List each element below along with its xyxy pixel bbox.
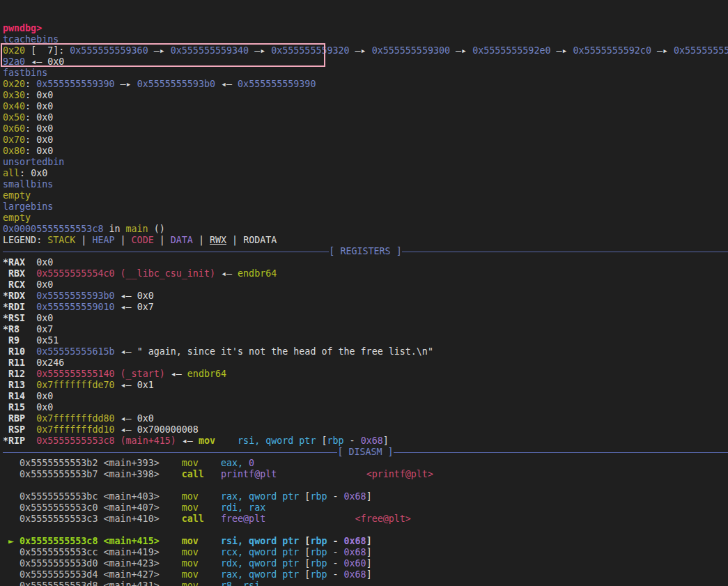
register-name: R11 bbox=[3, 357, 25, 368]
bin-category-label: smallbins bbox=[3, 179, 53, 190]
stop-location: 0x00005555555553c8 in main () bbox=[3, 224, 728, 235]
bin-category-label: unsortedbin bbox=[3, 157, 64, 167]
text-segment bbox=[3, 547, 20, 557]
opcode: call bbox=[182, 469, 204, 479]
address: 0x555555559010 bbox=[36, 302, 114, 312]
text-segment bbox=[25, 369, 36, 379]
register-value: 0x0 bbox=[25, 313, 53, 323]
register-name: R13 bbox=[3, 380, 25, 390]
reg-rsp: RSP 0x7fffffffdd10 ◂— 0x700000008 bbox=[3, 424, 728, 435]
register-name: *RDX bbox=[3, 291, 25, 301]
section-header-label: [ REGISTERS ] bbox=[329, 246, 401, 257]
register-value: 0x0 bbox=[25, 257, 53, 268]
text-segment: | bbox=[115, 235, 132, 245]
value: 0x7 bbox=[137, 302, 154, 312]
reg-r8: *R8 0x7 bbox=[3, 324, 728, 335]
section-header-label: [ DISASM ] bbox=[337, 447, 393, 458]
text-segment bbox=[160, 580, 182, 586]
value: 0x0 bbox=[36, 134, 53, 145]
terminal[interactable]: pwndbg>tcachebins0x20 [ 7]: 0x5555555593… bbox=[0, 0, 728, 586]
fastbin-0x30-row: 0x30: 0x0 bbox=[3, 90, 728, 101]
value: 0x0 bbox=[47, 56, 64, 67]
legend-rodata: RODATA bbox=[243, 235, 277, 245]
reg-rdx: *RDX 0x5555555593b0 ◂— 0x0 bbox=[3, 291, 728, 302]
fastbin-0x20-row: 0x20: 0x555555559390 —▸ 0x5555555593b0 ◂… bbox=[3, 79, 728, 90]
text-segment bbox=[3, 469, 20, 479]
text-segment bbox=[199, 580, 221, 586]
text-segment bbox=[160, 547, 182, 557]
register-name: *RSI bbox=[3, 313, 25, 323]
address: 0x5555555592c0 bbox=[573, 45, 651, 56]
bin-size: 0x20 bbox=[3, 79, 25, 89]
operands: rbp bbox=[327, 435, 343, 446]
arrow-right-icon: —▸ bbox=[148, 45, 171, 56]
register-value: 0x0 bbox=[25, 391, 53, 401]
disasm-main-427: 0x5555555553d4 <main+427> mov rax, qword… bbox=[3, 569, 728, 580]
address: 0x5555555553cc <main+419> bbox=[20, 547, 160, 557]
text-segment bbox=[160, 514, 182, 524]
operands: rbp bbox=[310, 558, 327, 569]
text-segment: in bbox=[103, 224, 125, 234]
fastbins-label: fastbins bbox=[3, 68, 728, 79]
unsortedbin-label: unsortedbin bbox=[3, 157, 728, 168]
immediate: 0x68 bbox=[344, 491, 366, 502]
address: 0x555555559300 bbox=[372, 45, 450, 56]
register-value: 0x51 bbox=[20, 335, 59, 346]
text-segment bbox=[199, 458, 221, 468]
separator-rule bbox=[3, 252, 329, 252]
value: 0x0 bbox=[137, 291, 154, 301]
largebins-label: largebins bbox=[3, 201, 728, 213]
disasm-main-393: 0x5555555553b2 <main+393> mov eax, 0 bbox=[3, 458, 728, 469]
opcode: mov bbox=[182, 547, 199, 557]
address: 0x5555555553c8 <main+415> bbox=[20, 536, 160, 546]
smallbins-empty: empty bbox=[3, 190, 728, 201]
bin-category-label: tcachebins bbox=[3, 34, 59, 45]
text-segment: ] bbox=[383, 435, 389, 446]
registers-header: [ REGISTERS ] bbox=[3, 246, 728, 257]
register-name: R12 bbox=[3, 369, 25, 379]
text-segment bbox=[160, 458, 182, 468]
empty-label: empty bbox=[3, 213, 31, 223]
register-name: *R8 bbox=[3, 324, 20, 334]
address: 0x5555555592e0 bbox=[472, 45, 550, 56]
operands: rax, qword ptr bbox=[221, 491, 304, 502]
operands: rax, qword ptr bbox=[221, 569, 304, 580]
operands: eax, bbox=[221, 458, 249, 468]
unsortedbin-all-row: all: 0x0 bbox=[3, 168, 728, 179]
register-value: 0x0 bbox=[25, 279, 53, 290]
call-target: printf@plt bbox=[221, 469, 277, 479]
operands: rbp bbox=[310, 547, 327, 557]
bin-size: 0x20 bbox=[3, 45, 25, 56]
instruction: endbr64 bbox=[187, 369, 226, 379]
text-segment bbox=[215, 435, 238, 446]
disasm-main-403: 0x5555555553bc <main+403> mov rax, qword… bbox=[3, 491, 728, 502]
operands: rdi, rax bbox=[221, 502, 265, 513]
text-segment bbox=[204, 469, 221, 479]
prompt-line: pwndbg> bbox=[3, 23, 728, 34]
text-segment bbox=[265, 514, 355, 524]
reg-rbx: RBX 0x5555555554c0 (__libc_csu_init) ◂— … bbox=[3, 268, 728, 279]
text-segment: : bbox=[25, 79, 36, 89]
disasm-main-398: 0x5555555553b7 <main+398> call printf@pl… bbox=[3, 469, 728, 480]
text-segment: - bbox=[327, 547, 343, 557]
text-segment bbox=[199, 569, 221, 580]
register-name: R9 bbox=[3, 335, 20, 346]
operands: rsi, qword ptr bbox=[221, 536, 304, 546]
fastbin-0x70-row: 0x70: 0x0 bbox=[3, 134, 728, 146]
register-name: RSP bbox=[3, 424, 25, 435]
address: 0x555555555140 (_start) bbox=[36, 369, 165, 379]
register-name: *RAX bbox=[3, 257, 25, 268]
register-name: R15 bbox=[3, 402, 25, 412]
text-segment: ] bbox=[366, 558, 372, 569]
address: 0x5555555593b0 bbox=[137, 79, 215, 89]
prompt-label: pwndbg> bbox=[3, 23, 42, 33]
text-segment: ] bbox=[366, 569, 372, 580]
text-segment bbox=[25, 268, 36, 279]
legend-label: LEGEND: bbox=[3, 235, 47, 245]
instruction: endbr64 bbox=[238, 268, 277, 279]
address: 0x5555555553c3 <main+410> bbox=[20, 514, 160, 524]
address: 0x555555559390 bbox=[36, 79, 114, 89]
arrow-right-icon: —▸ bbox=[450, 45, 472, 56]
text-segment: : bbox=[25, 112, 36, 123]
text-segment: | bbox=[193, 235, 210, 245]
